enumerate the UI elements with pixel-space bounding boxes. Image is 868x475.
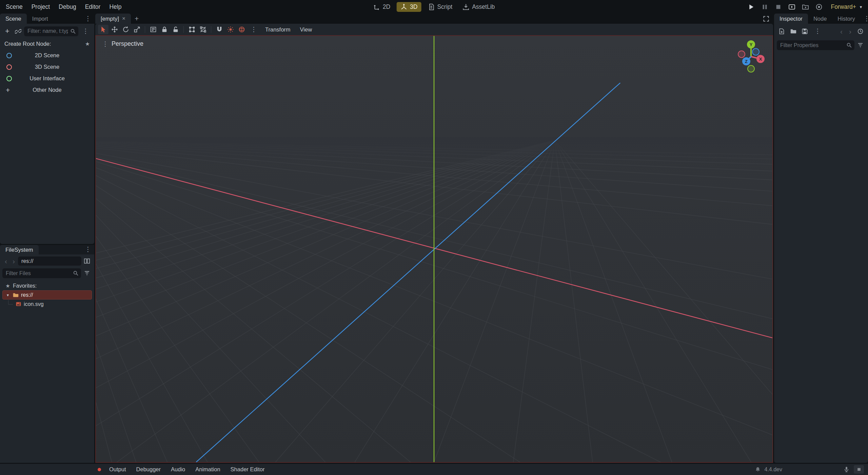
create-3d-scene-button[interactable]: 3D Scene: [2, 62, 92, 72]
snap-toggle-button[interactable]: [214, 25, 224, 34]
sun-icon: [227, 26, 234, 33]
collapse-icon[interactable]: ▾: [5, 293, 10, 297]
favorites-label: Favorites:: [13, 283, 37, 289]
select-tool-button[interactable]: [98, 25, 108, 34]
pause-button[interactable]: [761, 3, 768, 11]
preview-sun-button[interactable]: [225, 25, 236, 34]
property-filter-input[interactable]: [777, 40, 854, 50]
scene-tree-menu-icon[interactable]: ⋮: [79, 26, 92, 36]
favorites-row[interactable]: ★ Favorites:: [2, 281, 92, 290]
tab-scene[interactable]: Scene: [0, 14, 27, 24]
renderer-dropdown[interactable]: Forward+ ▾: [831, 3, 863, 11]
debugger-panel-button[interactable]: Debugger: [131, 466, 166, 473]
expand-icon: [763, 16, 769, 22]
menu-project[interactable]: Project: [27, 0, 54, 14]
transform-menu[interactable]: Transform: [261, 26, 295, 33]
scene-dock-menu-icon[interactable]: ⋮: [82, 14, 94, 24]
current-path-field[interactable]: res://: [18, 256, 81, 266]
move-icon: [111, 26, 118, 33]
viewport-3d[interactable]: ⋮ Perspective Y X Z: [95, 35, 773, 463]
favorite-star-icon[interactable]: ★: [85, 41, 90, 47]
close-icon[interactable]: ×: [122, 14, 125, 24]
view-menu[interactable]: View: [296, 26, 316, 33]
svg-text:Y: Y: [750, 42, 753, 47]
rotate-tool-button[interactable]: [120, 25, 131, 34]
sun-environment-menu-icon[interactable]: ⋮: [248, 24, 260, 35]
preview-environment-button[interactable]: [236, 25, 247, 34]
tree-item-label: icon.svg: [24, 301, 44, 307]
list-select-button[interactable]: [148, 25, 158, 34]
new-resource-button[interactable]: [777, 26, 787, 36]
workspace-2d-button[interactable]: 2D: [370, 2, 394, 12]
distraction-free-button[interactable]: [761, 14, 771, 24]
animation-panel-button[interactable]: Animation: [190, 466, 225, 473]
history-back-icon[interactable]: ‹: [2, 256, 9, 266]
menu-debug[interactable]: Debug: [54, 0, 81, 14]
workspace-3d-button[interactable]: 3D: [397, 2, 421, 12]
option-label: 3D Scene: [35, 64, 59, 70]
version-label: 4.4.dev: [765, 467, 782, 473]
play-custom-scene-button[interactable]: [802, 3, 809, 11]
scene-tab-empty[interactable]: [empty] ×: [95, 14, 131, 24]
tree-item-icon-svg[interactable]: icon.svg: [2, 300, 92, 309]
tab-history[interactable]: History: [832, 14, 860, 24]
tab-filesystem[interactable]: FileSystem: [0, 245, 39, 254]
audio-panel-button[interactable]: Audio: [166, 466, 190, 473]
pause-indicator-button[interactable]: [854, 465, 864, 474]
stop-button[interactable]: [775, 3, 782, 11]
history-clock-button[interactable]: [855, 26, 865, 36]
link-icon: [15, 28, 21, 35]
move-tool-button[interactable]: [109, 25, 120, 34]
filesystem-menu-icon[interactable]: ⋮: [82, 244, 94, 254]
play-scene-button[interactable]: [788, 3, 795, 11]
inspector-dock-menu-icon[interactable]: ⋮: [861, 14, 868, 24]
load-resource-button[interactable]: [788, 26, 798, 36]
property-sort-button[interactable]: [855, 40, 865, 50]
movie-maker-button[interactable]: [815, 3, 823, 11]
new-scene-tab-button[interactable]: +: [131, 14, 142, 24]
group-icon: [189, 26, 195, 33]
resource-options-icon[interactable]: ⋮: [811, 26, 824, 36]
add-node-button[interactable]: +: [2, 26, 12, 36]
unlock-icon: [172, 26, 179, 33]
microphone-icon[interactable]: [843, 466, 850, 473]
main-row: Scene Import ⋮ + ⋮ Create Root Node: ★: [0, 14, 868, 463]
navigation-gizmo[interactable]: Y X Z: [732, 38, 770, 75]
workspace-script-button[interactable]: Script: [424, 2, 456, 12]
unlock-selected-button[interactable]: [170, 25, 181, 34]
file-sort-button[interactable]: [82, 268, 92, 278]
magnet-icon: [216, 26, 223, 33]
save-resource-button[interactable]: [800, 26, 810, 36]
menu-scene[interactable]: Scene: [1, 0, 27, 14]
workspace-assetlib-button[interactable]: AssetLib: [459, 2, 498, 12]
output-panel-button[interactable]: Output: [104, 466, 131, 473]
play-button[interactable]: [748, 3, 755, 11]
lock-selected-button[interactable]: [159, 25, 170, 34]
tree-guide-line: [8, 300, 13, 305]
edit-back-icon[interactable]: ‹: [838, 27, 845, 36]
edit-forward-icon[interactable]: ›: [847, 27, 854, 36]
tab-inspector[interactable]: Inspector: [774, 14, 808, 24]
perspective-menu-button[interactable]: ⋮ Perspective: [102, 40, 143, 48]
scale-tool-button[interactable]: [132, 25, 142, 34]
ungroup-selected-button[interactable]: [198, 25, 208, 34]
notification-bell-icon[interactable]: [755, 467, 761, 473]
shader-editor-panel-button[interactable]: Shader Editor: [225, 466, 270, 473]
environment-icon: [238, 26, 245, 33]
history-forward-icon[interactable]: ›: [10, 256, 17, 266]
menu-help[interactable]: Help: [105, 0, 126, 14]
create-user-interface-button[interactable]: User Interface: [2, 73, 92, 84]
instance-scene-button[interactable]: [13, 26, 23, 36]
tree-item-res-root[interactable]: ▾ res://: [2, 290, 92, 300]
menu-editor[interactable]: Editor: [81, 0, 105, 14]
file-filter-wrap: [2, 268, 81, 278]
toggle-split-mode-button[interactable]: [82, 256, 92, 266]
create-other-node-button[interactable]: + Other Node: [2, 85, 92, 95]
create-2d-scene-button[interactable]: 2D Scene: [2, 50, 92, 61]
tab-import[interactable]: Import: [27, 14, 54, 24]
group-selected-button[interactable]: [186, 25, 197, 34]
workspace-script-label: Script: [437, 3, 452, 11]
scene-panel: + ⋮ Create Root Node: ★ 2D Scene 3D Scen…: [0, 24, 94, 244]
file-filter-input[interactable]: [2, 268, 81, 278]
tab-node[interactable]: Node: [808, 14, 832, 24]
